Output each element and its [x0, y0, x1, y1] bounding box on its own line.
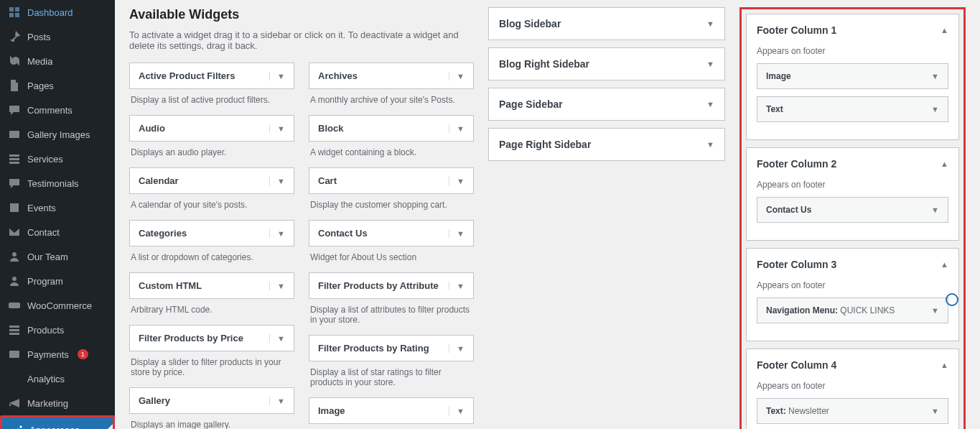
chevron-down-icon: ▼	[269, 124, 285, 133]
chevron-up-icon: ▲	[941, 160, 948, 168]
area-header[interactable]: Footer Column 4▲	[747, 349, 958, 381]
area-title: Blog Right Sidebar	[499, 58, 589, 70]
widget-filter-products-by-price[interactable]: Filter Products by Price▼	[129, 325, 294, 351]
area-sub: Appears on footer	[757, 381, 948, 391]
area-header[interactable]: Page Right Sidebar▼	[489, 129, 724, 160]
chevron-down-icon: ▼	[449, 282, 465, 290]
dashboard-icon	[7, 5, 22, 19]
area-header[interactable]: Footer Column 3▲	[747, 249, 958, 280]
placed-widget[interactable]: Text: Newsletter▼	[757, 398, 948, 424]
widget-label: Active Product Filters	[139, 70, 235, 81]
svg-rect-2	[9, 303, 20, 308]
chevron-down-icon: ▼	[449, 177, 465, 185]
nav-media[interactable]: Media	[0, 49, 115, 73]
sidebar-area-footer-column-2: Footer Column 2▲Appears on footerContact…	[746, 147, 959, 241]
area-title: Blog Sidebar	[499, 18, 561, 29]
chevron-down-icon: ▼	[449, 124, 465, 133]
nav-dashboard[interactable]: Dashboard	[0, 0, 115, 24]
nav-label: Products	[27, 325, 64, 336]
widget-desc: Widget for About Us section	[310, 252, 472, 262]
widget-custom-html[interactable]: Custom HTML▼	[129, 272, 294, 299]
widget-desc: Arbitrary HTML code.	[131, 305, 293, 315]
widget-categories[interactable]: Categories▼	[129, 220, 294, 246]
area-title: Footer Column 3	[757, 259, 836, 270]
widget-calendar[interactable]: Calendar▼	[129, 167, 294, 194]
nav-services[interactable]: Services	[0, 147, 115, 171]
nav-label: Gallery Images	[27, 129, 90, 140]
widgets-content: Available Widgets To activate a widget d…	[115, 0, 980, 429]
chevron-down-icon: ▼	[269, 177, 285, 185]
area-header[interactable]: Blog Sidebar▼	[489, 8, 724, 40]
chevron-down-icon: ▼	[706, 140, 714, 149]
widget-audio[interactable]: Audio▼	[129, 115, 294, 142]
nav-products[interactable]: Products	[0, 318, 115, 342]
nav-label: Program	[27, 276, 63, 287]
chevron-down-icon: ▼	[931, 206, 939, 214]
widget-desc: Display a slider to filter products in y…	[131, 357, 293, 377]
nav-label: Contact	[27, 227, 60, 238]
widget-desc: A widget containing a block.	[310, 147, 472, 157]
page-icon	[7, 78, 22, 93]
widget-image[interactable]: Image▼	[309, 397, 474, 424]
nav-woocommerce[interactable]: WooCommerce	[0, 293, 115, 318]
widget-filter-products-by-attribute[interactable]: Filter Products by Attribute▼	[309, 272, 474, 299]
placed-widget-label: Text: Newsletter	[766, 406, 829, 416]
nav-gallery-images[interactable]: Gallery Images	[0, 122, 115, 147]
nav-pages[interactable]: Pages	[0, 73, 115, 98]
sidebar-area-page-sidebar: Page Sidebar▼	[488, 88, 725, 121]
widget-block[interactable]: Block▼	[309, 115, 474, 142]
area-header[interactable]: Footer Column 1▲	[747, 14, 958, 46]
svg-point-0	[12, 252, 17, 257]
available-widgets-desc: To activate a widget drag it to a sideba…	[129, 29, 474, 51]
chevron-down-icon: ▼	[269, 72, 285, 80]
nav-events[interactable]: Events	[0, 195, 115, 220]
nav-appearance[interactable]: Appearance	[0, 415, 115, 429]
placed-widget[interactable]: Text▼	[757, 96, 948, 122]
nav-posts[interactable]: Posts	[0, 24, 115, 49]
placed-widget[interactable]: Contact Us▼	[757, 197, 948, 223]
nav-analytics[interactable]: Analytics	[0, 366, 115, 391]
area-title: Footer Column 4	[757, 359, 836, 371]
area-header[interactable]: Footer Column 2▲	[747, 148, 958, 180]
chevron-down-icon: ▼	[706, 100, 714, 109]
widget-cart[interactable]: Cart▼	[309, 167, 474, 194]
sidebar-area-footer-column-1: Footer Column 1▲Appears on footerImage▼T…	[746, 14, 959, 140]
mail-icon	[7, 225, 22, 239]
placed-widget[interactable]: Image▼	[757, 63, 948, 89]
nav-label: Events	[27, 203, 56, 213]
area-header[interactable]: Blog Right Sidebar▼	[489, 48, 724, 80]
widget-label: Calendar	[139, 175, 179, 186]
nav-program[interactable]: Program	[0, 269, 115, 293]
sidebar-area-page-right-sidebar: Page Right Sidebar▼	[488, 128, 725, 161]
nav-label: Marketing	[27, 398, 68, 409]
svg-rect-3	[9, 351, 19, 358]
nav-comments[interactable]: Comments	[0, 98, 115, 122]
widget-gallery[interactable]: Gallery▼	[129, 387, 294, 414]
comment-icon	[7, 103, 22, 117]
widget-label: Cart	[318, 175, 337, 186]
sidebar-area-blog-right-sidebar: Blog Right Sidebar▼	[488, 47, 725, 80]
widget-label: Gallery	[139, 395, 170, 406]
nav-our-team[interactable]: Our Team	[0, 244, 115, 269]
widget-desc: A list or dropdown of categories.	[131, 252, 293, 262]
nav-label: Dashboard	[27, 7, 73, 18]
placed-widget-label: Navigation Menu: QUICK LINKS	[766, 305, 895, 315]
nav-contact[interactable]: Contact	[0, 220, 115, 244]
widget-desc: Display a list of star ratings to filter…	[310, 367, 472, 387]
chevron-down-icon: ▼	[269, 397, 285, 405]
chevron-down-icon: ▼	[706, 19, 714, 28]
widget-active-product-filters[interactable]: Active Product Filters▼	[129, 63, 294, 89]
chevron-down-icon: ▼	[269, 334, 285, 343]
chevron-down-icon: ▼	[931, 407, 939, 415]
widget-archives[interactable]: Archives▼	[309, 63, 474, 89]
placed-widget[interactable]: Navigation Menu: QUICK LINKS▼	[757, 297, 948, 323]
area-title: Footer Column 1	[757, 24, 836, 36]
nav-payments[interactable]: Payments1	[0, 342, 115, 366]
sidebar-area-footer-column-3: Footer Column 3▲Appears on footerNavigat…	[746, 248, 959, 341]
widget-filter-products-by-rating[interactable]: Filter Products by Rating▼	[309, 335, 474, 361]
services-icon	[7, 152, 22, 166]
nav-marketing[interactable]: Marketing	[0, 391, 115, 415]
nav-testimonials[interactable]: Testimonials	[0, 171, 115, 195]
area-header[interactable]: Page Sidebar▼	[489, 88, 724, 120]
widget-contact-us[interactable]: Contact Us▼	[309, 220, 474, 246]
